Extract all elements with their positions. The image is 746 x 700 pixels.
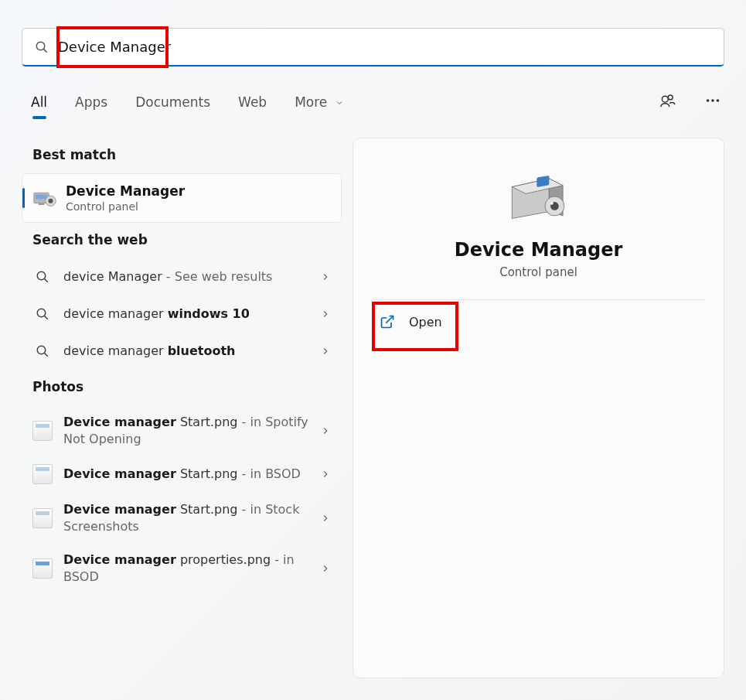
tab-apps[interactable]: Apps <box>73 87 109 118</box>
section-search-web: Search the web <box>22 223 342 258</box>
main-content: Best match Device Manager Control panel <box>22 138 724 678</box>
photo-rest: Start.png <box>176 415 238 429</box>
tab-more-label: More <box>295 94 327 110</box>
svg-line-13 <box>45 279 48 282</box>
web-result-suffix: - See web results <box>162 269 273 284</box>
device-manager-icon <box>33 186 56 210</box>
chevron-right-icon <box>320 513 331 524</box>
svg-point-4 <box>707 99 710 102</box>
svg-point-2 <box>662 96 668 102</box>
open-external-icon <box>380 314 395 330</box>
best-match-subtitle: Control panel <box>66 200 185 213</box>
detail-subtitle: Control panel <box>499 265 577 279</box>
best-match-item[interactable]: Device Manager Control panel <box>22 173 342 223</box>
open-label: Open <box>409 315 442 330</box>
photo-thumbnail-icon <box>32 421 53 441</box>
tabs-actions <box>656 89 724 115</box>
chevron-right-icon <box>320 563 331 574</box>
photo-thumbnail-icon <box>32 464 53 484</box>
svg-point-16 <box>37 346 46 354</box>
photo-result-row[interactable]: Device manager properties.png - in BSOD <box>22 543 342 593</box>
web-result-row[interactable]: device Manager - See web results <box>22 258 342 295</box>
search-bar-container <box>22 28 724 67</box>
results-column: Best match Device Manager Control panel <box>22 138 342 678</box>
svg-line-15 <box>45 316 48 319</box>
svg-line-25 <box>386 316 393 323</box>
svg-point-11 <box>49 199 53 203</box>
web-result-text: device manager bluetooth <box>63 343 309 360</box>
photo-result-text: Device manager Start.png - in Spotify No… <box>63 414 309 447</box>
web-result-bold: windows 10 <box>168 306 250 321</box>
best-match-title: Device Manager <box>66 183 185 199</box>
chevron-right-icon <box>320 271 331 282</box>
photo-rest: Start.png <box>176 466 238 481</box>
svg-point-24 <box>550 202 554 205</box>
filter-tabs-row: All Apps Documents Web More <box>29 87 724 118</box>
photo-rest: properties.png <box>176 552 271 567</box>
chevron-right-icon <box>320 346 331 357</box>
photo-result-text: Device manager Start.png - in BSOD <box>63 466 309 483</box>
more-options-button[interactable] <box>701 89 724 115</box>
photo-location: - in BSOD <box>238 466 301 481</box>
web-result-row[interactable]: device manager bluetooth <box>22 333 342 370</box>
tab-web[interactable]: Web <box>237 87 268 118</box>
divider <box>372 299 705 300</box>
photo-thumbnail-icon <box>32 508 53 528</box>
section-photos: Photos <box>22 370 342 405</box>
photo-rest: Start.png <box>176 502 238 517</box>
photo-result-row[interactable]: Device manager Start.png - in Spotify No… <box>22 405 342 456</box>
svg-point-3 <box>668 95 673 100</box>
chevron-right-icon <box>320 469 331 480</box>
detail-panel: Device Manager Control panel Open <box>353 138 724 678</box>
svg-rect-8 <box>36 195 47 200</box>
search-input[interactable] <box>58 39 711 55</box>
chevron-right-icon <box>320 425 331 436</box>
web-result-text: device Manager - See web results <box>63 268 309 285</box>
best-match-text: Device Manager Control panel <box>66 183 185 213</box>
photo-result-text: Device manager Start.png - in Stock Scre… <box>63 501 309 534</box>
svg-line-1 <box>44 49 47 52</box>
photo-result-text: Device manager properties.png - in BSOD <box>63 551 309 585</box>
photo-bold: Device manager <box>63 466 176 481</box>
search-icon <box>32 341 53 361</box>
svg-point-5 <box>711 99 714 102</box>
device-manager-hero-icon <box>508 169 570 224</box>
chevron-down-icon <box>335 98 344 108</box>
web-result-bold: bluetooth <box>168 343 236 358</box>
svg-point-0 <box>36 42 45 50</box>
photo-bold: Device manager <box>63 502 176 517</box>
chat-icon <box>659 92 676 109</box>
photo-thumbnail-icon <box>32 558 53 579</box>
search-window: All Apps Documents Web More <box>0 0 746 700</box>
photo-result-row[interactable]: Device manager Start.png - in BSOD <box>22 456 342 493</box>
web-result-text: device manager windows 10 <box>63 306 309 323</box>
chat-icon-button[interactable] <box>656 89 680 115</box>
web-result-prefix: device manager <box>63 306 168 321</box>
tab-more[interactable]: More <box>293 87 346 118</box>
svg-point-12 <box>37 271 46 280</box>
open-button[interactable]: Open <box>372 305 456 339</box>
svg-line-17 <box>45 353 48 357</box>
web-result-row[interactable]: device manager windows 10 <box>22 295 342 333</box>
section-best-match: Best match <box>22 138 342 173</box>
search-icon <box>32 267 53 287</box>
search-icon <box>32 304 53 324</box>
detail-title: Device Manager <box>455 239 623 261</box>
search-icon <box>35 40 49 54</box>
tab-documents[interactable]: Documents <box>134 87 212 118</box>
svg-rect-9 <box>39 203 45 205</box>
photo-bold: Device manager <box>63 552 176 567</box>
svg-point-14 <box>37 309 46 317</box>
photo-result-row[interactable]: Device manager Start.png - in Stock Scre… <box>22 493 342 543</box>
web-result-prefix: device Manager <box>63 269 162 284</box>
chevron-right-icon <box>320 309 331 319</box>
web-result-prefix: device manager <box>63 343 168 358</box>
ellipsis-icon <box>704 92 721 109</box>
search-box[interactable] <box>22 28 724 67</box>
photo-bold: Device manager <box>63 415 176 429</box>
tab-all[interactable]: All <box>29 87 49 118</box>
svg-point-6 <box>717 99 720 102</box>
filter-tabs: All Apps Documents Web More <box>29 87 346 118</box>
